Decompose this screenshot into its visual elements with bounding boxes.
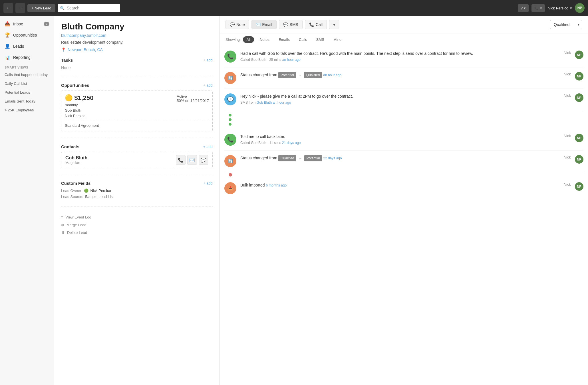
add-task-button[interactable]: + add <box>203 58 213 62</box>
smart-views-label: SMART VIEWS <box>0 63 54 70</box>
contact-name: Gob Bluth <box>65 155 87 161</box>
activity-item-status-2: 🔄 Status changed from Qualified → Potent… <box>224 151 583 172</box>
search-input[interactable] <box>58 4 120 12</box>
opp-person1: Gob Bluth <box>65 108 93 113</box>
sms-button[interactable]: 💬 SMS <box>279 20 303 29</box>
help-button[interactable]: ? ▾ <box>518 4 529 12</box>
delete-lead-link[interactable]: 🗑 Delete Lead <box>61 229 213 236</box>
sidebar-item-opportunities[interactable]: 🏆 Opportunities <box>0 29 54 41</box>
opportunities-header: Opportunities + add <box>61 83 213 88</box>
contact-actions: 📞 ✉️ 💬 <box>176 155 208 165</box>
add-custom-field-button[interactable]: + add <box>203 181 213 185</box>
lead-website[interactable]: bluthcompany.tumblr.com <box>61 33 213 38</box>
lead-footer: ≡ View Event Log ⊕ Merge Lead 🗑 Delete L… <box>61 213 213 236</box>
activity-text-call-2: Told me to call back later. <box>240 134 560 140</box>
add-opportunity-button[interactable]: + add <box>203 83 213 87</box>
opp-right: Active 50% on 12/21/2017 <box>177 94 209 118</box>
more-actions-button[interactable]: ▼ <box>329 20 339 29</box>
owner-icon: 🟢 <box>84 189 88 193</box>
smart-view-potential-leads[interactable]: Potential Leads <box>0 88 54 97</box>
back-button[interactable]: ← <box>3 3 13 13</box>
activity-meta-1: Called Gob Bluth - 25 mins an hour ago <box>240 58 560 62</box>
opp-icon: 🟡 <box>65 94 73 101</box>
tasks-title: Tasks <box>61 58 73 63</box>
activity-user-s1: Nick <box>564 72 571 76</box>
activity-item-import: 📥 Bulk imported 6 months ago Nick NP <box>224 178 583 199</box>
user-avatar-s1: NP <box>575 72 583 81</box>
import-prefix: Bulk imported <box>240 183 265 187</box>
user-avatar: NP <box>575 3 585 13</box>
status-from-1: Potential <box>278 72 296 78</box>
new-lead-button[interactable]: + New Lead <box>27 4 55 12</box>
status-arrow-2: → <box>299 156 303 160</box>
contact-sms-button[interactable]: 💬 <box>199 155 208 165</box>
lead-detail-panel: Bluth Company bluthcompany.tumblr.com Re… <box>54 16 220 385</box>
sidebar-item-inbox[interactable]: 📥 Inbox 7 <box>0 18 54 29</box>
nav-right: ? ▾ 📞 ▾ Nick Persico ▾ NP <box>518 3 585 13</box>
add-contact-button[interactable]: + add <box>203 145 213 149</box>
tasks-section: Tasks + add None <box>61 58 213 76</box>
trash-icon: 🗑 <box>61 230 65 235</box>
lead-location[interactable]: 📍 Newport Beach, CA <box>61 47 213 52</box>
filter-emails[interactable]: Emails <box>275 36 293 43</box>
filter-sms[interactable]: SMS <box>313 36 328 43</box>
activity-text-1: Had a call with Gob to talk over the con… <box>240 51 560 57</box>
activity-item-dots <box>224 110 583 129</box>
forward-button[interactable]: → <box>15 3 25 13</box>
filter-all[interactable]: All <box>243 36 254 43</box>
contacts-header: Contacts + add <box>61 144 213 149</box>
dots-container <box>229 111 231 128</box>
status-from-2: Qualified <box>278 155 296 161</box>
field-row-source: Lead Source: Sample Lead List <box>61 194 213 199</box>
contacts-section: Contacts + add Gob Bluth Magician 📞 ✉️ 💬 <box>61 144 213 174</box>
activity-content-import: Bulk imported 6 months ago <box>240 182 560 189</box>
user-button[interactable]: Nick Persico ▾ <box>548 6 572 10</box>
opp-left: 🟡 $1,250 monthly Gob Bluth Nick Persico <box>65 94 93 118</box>
call-button[interactable]: 📞 Call <box>305 20 327 29</box>
status-to-1: Qualified <box>304 72 322 78</box>
dot-3 <box>229 123 231 126</box>
activity-item-sms: 💬 Hey Nick - please give me a call at 2P… <box>224 89 583 110</box>
status-select-wrap: Qualified Potential Bad Timing <box>550 20 582 29</box>
filter-label: Showing: <box>225 37 241 42</box>
user-avatar-s2: NP <box>575 155 583 164</box>
opportunities-icon: 🏆 <box>5 32 10 38</box>
smart-view-emails-sent[interactable]: Emails Sent Today <box>0 97 54 106</box>
merge-lead-link[interactable]: ⊕ Merge Lead <box>61 221 213 229</box>
activity-action-bar: 💬 Note ✉️ Email 💬 SMS 📞 Call <box>220 16 588 33</box>
contact-card: Gob Bluth Magician 📞 ✉️ 💬 <box>61 152 213 168</box>
phone-button[interactable]: 📞 ▾ <box>531 4 545 12</box>
inbox-icon: 📥 <box>5 21 10 27</box>
contact-call-button[interactable]: 📞 <box>176 155 186 165</box>
merge-lead-text: Merge Lead <box>67 223 86 227</box>
opp-date: 50% on 12/21/2017 <box>177 99 209 103</box>
activity-text-status-1: Status changed from Potential → Qualifie… <box>240 72 560 78</box>
activity-text-status-2: Status changed from Qualified → Potentia… <box>240 155 560 161</box>
custom-fields-title: Custom Fields <box>61 181 90 186</box>
note-button[interactable]: 💬 Note <box>225 20 249 29</box>
activity-list: 📞 Had a call with Gob to talk over the c… <box>220 46 588 199</box>
smart-view-calls-today[interactable]: Calls that happened today <box>0 70 54 79</box>
status-select[interactable]: Qualified Potential Bad Timing <box>550 20 582 29</box>
opp-person2: Nick Persico <box>65 114 93 118</box>
smart-view-25k-employees[interactable]: > 25K Employees <box>0 106 54 115</box>
user-avatar-call2: NP <box>575 134 583 142</box>
filter-notes[interactable]: Notes <box>256 36 273 43</box>
smart-view-daily-call-list[interactable]: Daily Call List <box>0 79 54 88</box>
view-event-log-link[interactable]: ≡ View Event Log <box>61 213 213 221</box>
email-icon: ✉️ <box>256 22 261 27</box>
activity-actions: 💬 Note ✉️ Email 💬 SMS 📞 Call <box>225 20 548 29</box>
email-button[interactable]: ✉️ Email <box>251 20 277 29</box>
import-icon: 📥 <box>224 182 236 194</box>
filter-bar: Showing: All Notes Emails Calls SMS Mine <box>220 33 588 46</box>
dot-1 <box>229 114 231 117</box>
contact-email-button[interactable]: ✉️ <box>187 155 197 165</box>
sidebar-item-reporting[interactable]: 📊 Reporting <box>0 52 54 63</box>
sms-time-val: an hour ago <box>273 101 291 105</box>
sidebar-item-leads[interactable]: 👤 Leads <box>0 41 54 52</box>
sms-icon: 💬 <box>283 22 288 27</box>
filter-calls[interactable]: Calls <box>295 36 311 43</box>
call-label: Call <box>316 22 323 27</box>
filter-mine[interactable]: Mine <box>330 36 345 43</box>
activity-user-1: Nick <box>564 51 571 55</box>
